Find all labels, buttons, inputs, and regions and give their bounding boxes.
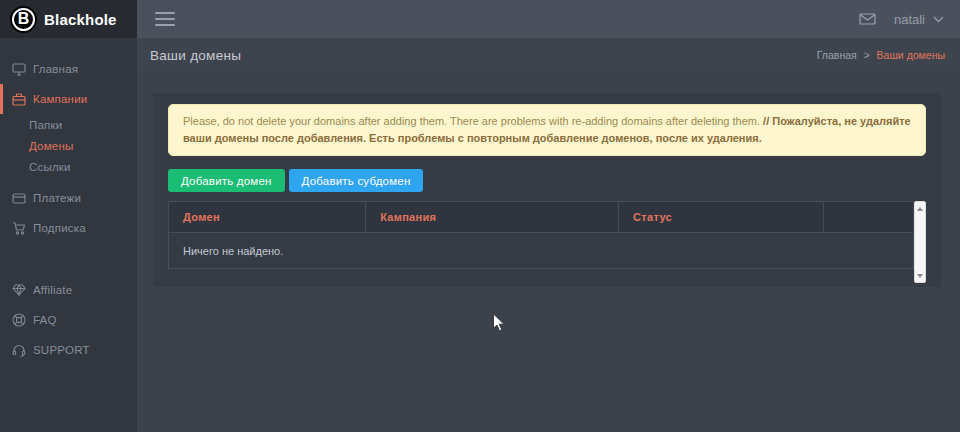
- sidebar-item-payments[interactable]: Платежи: [0, 183, 137, 213]
- scroll-up-icon[interactable]: [915, 203, 925, 214]
- table-empty-row: Ничего не найдено.: [168, 233, 914, 269]
- cart-icon: [11, 221, 26, 236]
- app-window: B Blackhole Главная Кампании: [0, 0, 960, 432]
- sidebar-item-home[interactable]: Главная: [0, 54, 137, 84]
- column-header-campaign[interactable]: Кампания: [366, 202, 619, 232]
- sidebar-item-domains[interactable]: Домены: [0, 135, 137, 156]
- sidebar-item-support[interactable]: SUPPORT: [0, 335, 137, 365]
- sidebar-item-affiliate[interactable]: Affiliate: [0, 275, 137, 305]
- sidebar-item-label: FAQ: [33, 314, 57, 326]
- brand-name: Blackhole: [44, 11, 117, 28]
- column-header-actions: [824, 202, 913, 232]
- sidebar-item-label: Главная: [33, 63, 78, 75]
- scroll-down-icon[interactable]: [915, 270, 925, 281]
- breadcrumb-home-link[interactable]: Главная: [817, 49, 857, 61]
- table-header-row: Домен Кампания Статус: [168, 201, 914, 233]
- brand-logo-icon: B: [10, 6, 37, 33]
- sidebar-item-label: Ссылки: [29, 161, 71, 173]
- titlebar: Ваши домены Главная > Ваши домены: [137, 38, 960, 72]
- add-domain-button[interactable]: Добавить домен: [168, 169, 285, 192]
- sidebar-item-faq[interactable]: FAQ: [0, 305, 137, 335]
- alert-text-en: Please, do not delete your domains after…: [183, 115, 760, 127]
- brand-logo[interactable]: B Blackhole: [0, 0, 137, 38]
- main-area: natali Ваши домены Главная > Ваши домены: [137, 0, 960, 432]
- mail-icon[interactable]: [859, 13, 876, 25]
- credit-card-icon: [11, 191, 26, 206]
- sidebar-item-label: Домены: [29, 140, 73, 152]
- sidebar-item-subscription[interactable]: Подписка: [0, 213, 137, 243]
- sidebar-item-label: Кампании: [33, 93, 87, 105]
- monitor-icon: [11, 62, 26, 77]
- user-menu[interactable]: natali: [894, 12, 944, 27]
- domains-panel: Please, do not delete your domains after…: [153, 93, 941, 287]
- username: natali: [894, 12, 925, 27]
- column-header-status[interactable]: Статус: [619, 202, 824, 232]
- breadcrumb-current: Ваши домены: [877, 49, 945, 61]
- column-header-domain[interactable]: Домен: [169, 202, 366, 232]
- topbar-right: natali: [859, 12, 950, 27]
- sidebar-item-label: Платежи: [33, 192, 81, 204]
- table-scrollbar[interactable]: [914, 201, 926, 283]
- sidebar-item-links[interactable]: Ссылки: [0, 156, 137, 177]
- headset-icon: [11, 343, 26, 358]
- action-buttons: Добавить домен Добавить субдомен: [168, 169, 926, 192]
- briefcase-icon: [11, 92, 26, 107]
- domains-table: Домен Кампания Статус Ничего не найдено.: [168, 201, 914, 269]
- sidebar-item-campaigns[interactable]: Кампании: [0, 84, 137, 114]
- empty-message: Ничего не найдено.: [183, 245, 283, 257]
- sidebar-item-label: SUPPORT: [33, 344, 90, 356]
- content-area: Please, do not delete your domains after…: [137, 72, 960, 432]
- sidebar-item-label: Affiliate: [33, 284, 72, 296]
- chevron-down-icon: [933, 16, 944, 23]
- help-circle-icon: [11, 313, 26, 328]
- sidebar-nav: Главная Кампании Папки Домены Ссылки: [0, 38, 137, 365]
- breadcrumb: Главная > Ваши домены: [817, 49, 945, 61]
- diamond-icon: [11, 283, 26, 298]
- add-subdomain-button[interactable]: Добавить субдомен: [289, 169, 424, 192]
- breadcrumb-separator: >: [864, 50, 870, 61]
- sidebar-item-folders[interactable]: Папки: [0, 114, 137, 135]
- sidebar-item-label: Подписка: [33, 222, 86, 234]
- domains-table-wrap: Домен Кампания Статус Ничего не найдено.: [168, 201, 926, 283]
- warning-alert: Please, do not delete your domains after…: [168, 104, 926, 156]
- sidebar-item-label: Папки: [29, 119, 62, 131]
- menu-toggle-icon[interactable]: [155, 12, 175, 26]
- page-title: Ваши домены: [150, 48, 241, 63]
- topbar: natali: [137, 0, 960, 38]
- sidebar: B Blackhole Главная Кампании: [0, 0, 137, 432]
